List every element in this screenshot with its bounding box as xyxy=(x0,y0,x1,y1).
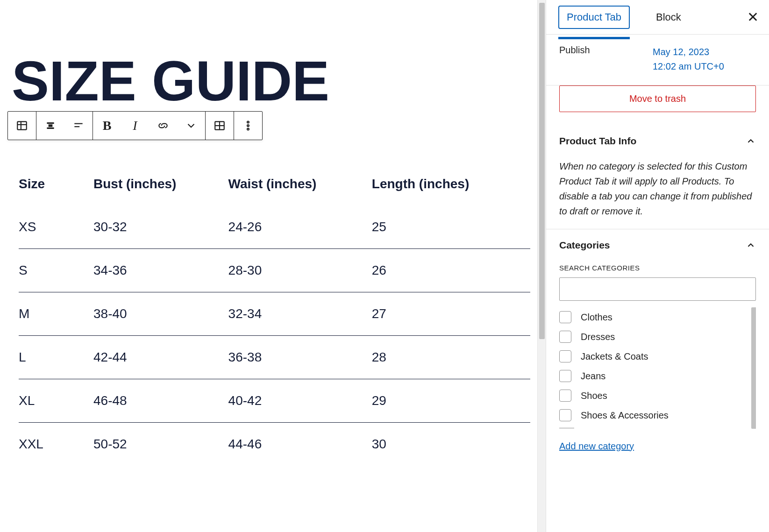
checkbox[interactable] xyxy=(559,350,571,362)
table-cell[interactable]: 28 xyxy=(372,336,530,379)
more-options-icon[interactable] xyxy=(234,112,262,140)
table-cell[interactable]: 32-34 xyxy=(228,292,372,336)
publish-date-link[interactable]: May 12, 2023 12:02 am UTC+0 xyxy=(653,45,724,74)
category-item[interactable]: Jackets & Coats xyxy=(559,347,756,366)
table-cell[interactable]: 42-44 xyxy=(93,336,228,379)
table-cell[interactable]: 38-40 xyxy=(93,292,228,336)
chevron-up-icon xyxy=(746,136,756,146)
category-item[interactable]: Shoes xyxy=(559,386,756,405)
category-label: Dresses xyxy=(581,332,615,342)
category-label: Jeans xyxy=(581,371,605,382)
scrollbar-thumb[interactable] xyxy=(539,3,545,339)
settings-sidebar: Product Tab Block ✕ Publish May 12, 2023… xyxy=(546,0,769,532)
table-cell[interactable]: 28-30 xyxy=(228,249,372,292)
block-type-table-icon[interactable] xyxy=(8,112,36,140)
publish-row: Publish May 12, 2023 12:02 am UTC+0 xyxy=(546,35,769,85)
more-richtext-dropdown-icon[interactable] xyxy=(177,112,205,140)
table-cell[interactable]: 24-26 xyxy=(228,206,372,249)
search-categories-input[interactable] xyxy=(559,277,756,301)
table-row[interactable]: S34-3628-3026 xyxy=(19,249,530,292)
table-header-row: Size Bust (inches) Waist (inches) Length… xyxy=(19,166,530,206)
product-tab-info-toggle[interactable]: Product Tab Info xyxy=(559,135,756,147)
table-row[interactable]: XS30-3224-2625 xyxy=(19,206,530,249)
size-table[interactable]: Size Bust (inches) Waist (inches) Length… xyxy=(19,166,530,466)
category-item[interactable]: Clothes xyxy=(559,307,756,327)
link-button[interactable] xyxy=(149,112,177,140)
table-cell[interactable]: XL xyxy=(19,379,93,423)
table-row[interactable]: L42-4436-3828 xyxy=(19,336,530,379)
checkbox[interactable] xyxy=(559,390,571,402)
category-label: Jackets & Coats xyxy=(581,351,648,362)
publish-date-line1: May 12, 2023 xyxy=(653,45,724,59)
category-item[interactable]: Dresses xyxy=(559,327,756,347)
publish-label: Publish xyxy=(559,45,653,74)
text-align-icon[interactable] xyxy=(64,112,93,140)
svg-point-11 xyxy=(247,121,249,123)
table-row[interactable]: M38-4032-3427 xyxy=(19,292,530,336)
align-icon[interactable] xyxy=(36,112,64,140)
category-item[interactable]: Shoes & Accessories xyxy=(559,405,756,425)
categories-toggle[interactable]: Categories xyxy=(559,240,756,251)
tab-block[interactable]: Block xyxy=(648,6,689,29)
section-heading: Product Tab Info xyxy=(559,135,636,147)
categories-panel: Categories SEARCH CATEGORIES ClothesDres… xyxy=(546,229,769,462)
table-cell[interactable]: 50-52 xyxy=(93,423,228,466)
table-cell[interactable]: 26 xyxy=(372,249,530,292)
category-label: Shoes & Accessories xyxy=(581,410,669,421)
tab-product-tab[interactable]: Product Tab xyxy=(558,6,630,29)
publish-date-line2: 12:02 am UTC+0 xyxy=(653,59,724,74)
checkbox[interactable] xyxy=(559,331,571,343)
table-header: Length (inches) xyxy=(372,166,530,206)
bold-button[interactable]: B xyxy=(93,112,121,140)
table-header: Waist (inches) xyxy=(228,166,372,206)
block-toolbar: B I xyxy=(7,111,263,140)
table-cell[interactable]: 46-48 xyxy=(93,379,228,423)
category-item[interactable]: Jeans xyxy=(559,366,756,386)
product-tab-info-panel: Product Tab Info When no category is sel… xyxy=(546,125,769,229)
table-cell[interactable]: M xyxy=(19,292,93,336)
checkbox xyxy=(559,428,574,429)
search-categories-label: SEARCH CATEGORIES xyxy=(559,264,756,272)
checkbox[interactable] xyxy=(559,311,571,323)
editor-canvas: SIZE GUIDE B I xyxy=(0,0,537,532)
table-cell[interactable]: XS xyxy=(19,206,93,249)
info-text: When no category is selected for this Cu… xyxy=(559,159,756,219)
table-cell[interactable]: 30-32 xyxy=(93,206,228,249)
table-row[interactable]: XXL50-5244-4630 xyxy=(19,423,530,466)
category-list: ClothesDressesJackets & CoatsJeansShoesS… xyxy=(559,307,756,429)
table-cell[interactable]: XXL xyxy=(19,423,93,466)
checkbox[interactable] xyxy=(559,409,571,421)
section-heading: Categories xyxy=(559,240,610,251)
table-edit-icon[interactable] xyxy=(206,112,234,140)
table-cell[interactable]: S xyxy=(19,249,93,292)
table-cell[interactable]: L xyxy=(19,336,93,379)
table-cell[interactable]: 25 xyxy=(372,206,530,249)
move-to-trash-button[interactable]: Move to trash xyxy=(559,85,756,112)
svg-rect-0 xyxy=(17,121,27,129)
svg-point-12 xyxy=(247,125,249,127)
table-cell[interactable]: 44-46 xyxy=(228,423,372,466)
svg-point-13 xyxy=(247,128,249,130)
table-header: Bust (inches) xyxy=(93,166,228,206)
close-sidebar-icon[interactable]: ✕ xyxy=(747,10,759,24)
table-header: Size xyxy=(19,166,93,206)
category-label: Clothes xyxy=(581,312,612,323)
table-cell[interactable]: 27 xyxy=(372,292,530,336)
italic-button[interactable]: I xyxy=(121,112,149,140)
editor-scrollbar[interactable] xyxy=(537,0,546,532)
checkbox[interactable] xyxy=(559,370,571,382)
add-new-category-link[interactable]: Add new category xyxy=(559,441,634,452)
doc-title[interactable]: SIZE GUIDE xyxy=(12,51,530,110)
chevron-up-icon xyxy=(746,240,756,250)
table-row[interactable]: XL46-4840-4229 xyxy=(19,379,530,423)
table-cell[interactable]: 40-42 xyxy=(228,379,372,423)
table-cell[interactable]: 36-38 xyxy=(228,336,372,379)
table-cell[interactable]: 29 xyxy=(372,379,530,423)
table-cell[interactable]: 34-36 xyxy=(93,249,228,292)
category-label: Shoes xyxy=(581,390,607,401)
table-cell[interactable]: 30 xyxy=(372,423,530,466)
sidebar-tabs: Product Tab Block ✕ xyxy=(546,0,769,35)
category-list-scrollbar[interactable] xyxy=(751,307,756,429)
